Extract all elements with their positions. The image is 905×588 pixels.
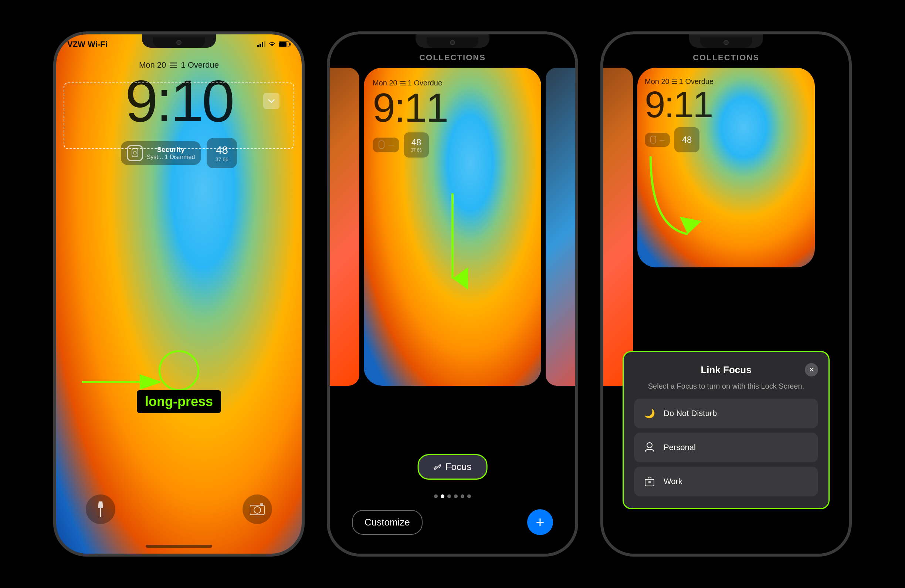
person-svg	[645, 442, 655, 453]
link-focus-header: Link Focus ✕	[634, 363, 818, 377]
collections-header-3: COLLECTIONS	[603, 53, 849, 62]
customize-btn-2[interactable]: Customize	[352, 510, 422, 535]
svg-rect-17	[400, 81, 406, 82]
list-icon-3	[672, 79, 677, 84]
dot-6	[467, 494, 471, 498]
temp-range-2: 37 66	[411, 148, 422, 153]
svg-rect-8	[170, 65, 177, 66]
focus-option-work[interactable]: Work	[634, 467, 818, 496]
focus-option-personal[interactable]: Personal	[634, 433, 818, 462]
notch-2	[427, 37, 478, 48]
peek-card-left	[327, 68, 359, 386]
dot-2	[441, 494, 445, 498]
svg-rect-24	[672, 79, 677, 80]
svg-rect-6	[289, 43, 291, 46]
svg-point-29	[647, 443, 652, 448]
down-arrow-annotation-2	[438, 190, 467, 295]
collections-title-2: COLLECTIONS	[419, 53, 486, 62]
svg-rect-3	[264, 41, 265, 47]
home-indicator-3	[693, 545, 759, 548]
watch-icon-2	[378, 140, 385, 149]
flashlight-icon	[95, 501, 106, 517]
iphone-1: VZW Wi-Fi Mon 20 1 Overdue 9:10	[53, 32, 305, 556]
long-press-label: long-press	[137, 390, 221, 413]
security-sub: Syst... 1 Disarmed	[147, 154, 195, 161]
card-time-3: 9:11	[645, 86, 807, 123]
svg-rect-2	[262, 42, 263, 47]
camera-icon	[250, 503, 265, 515]
focus-btn-label: Focus	[446, 461, 472, 473]
collections-bottom-2: Customize +	[330, 509, 575, 535]
svg-rect-16	[260, 503, 263, 506]
notch-3	[700, 37, 752, 48]
down-arrow-svg-2	[438, 190, 467, 293]
camera-2	[450, 40, 455, 45]
page-dots-2	[330, 494, 575, 498]
apple-watch-icon	[130, 148, 140, 158]
card-content-3: Mon 20 1 Overdue 9:11 — 48	[637, 68, 815, 162]
dot-5	[460, 494, 464, 498]
work-icon	[641, 474, 658, 489]
card-time-2: 9:11	[373, 87, 532, 128]
dnd-label: Do Not Disturb	[664, 408, 717, 418]
card-widget-watch-2: —	[373, 138, 399, 153]
link-icon	[433, 463, 442, 471]
down-arrow-svg-3	[640, 153, 706, 249]
temp-value-2: 48	[411, 137, 421, 148]
watch-icon-3	[650, 136, 657, 144]
collections-title-3: COLLECTIONS	[693, 53, 759, 62]
card-widget-temp-2: 48 37 66	[404, 132, 429, 157]
svg-rect-7	[170, 62, 177, 64]
card-widgets-3: — 48	[645, 127, 807, 153]
time-selection-box	[64, 83, 294, 149]
svg-rect-5	[279, 42, 286, 47]
svg-rect-25	[672, 81, 677, 82]
moon-icon: 🌙	[641, 405, 658, 421]
camera-btn[interactable]	[243, 494, 272, 524]
watch-ph-3: —	[659, 137, 665, 143]
collections-header-2: COLLECTIONS	[330, 53, 575, 62]
svg-point-11	[133, 151, 137, 154]
person-icon	[641, 439, 658, 456]
dot-1	[434, 494, 438, 498]
close-icon: ✕	[809, 366, 814, 374]
battery-icon	[279, 41, 291, 47]
link-focus-modal[interactable]: Link Focus ✕ Select a Focus to turn on w…	[622, 351, 830, 509]
focus-button[interactable]: Focus	[418, 454, 487, 480]
dot-3	[447, 494, 451, 498]
focus-option-dnd[interactable]: 🌙 Do Not Disturb	[634, 399, 818, 428]
svg-rect-0	[257, 45, 259, 47]
watch-placeholder-2: —	[388, 141, 394, 148]
iphone-2: COLLECTIONS Mon 20 1 Overdue 9:11 — 48 3…	[327, 32, 578, 556]
work-label: Work	[664, 477, 683, 486]
link-focus-title: Link Focus	[647, 364, 805, 376]
temp-3: 48	[682, 135, 692, 145]
svg-rect-1	[259, 44, 261, 47]
carrier-label: VZW Wi-Fi	[67, 40, 108, 49]
temp-range-1: 37 66	[216, 156, 229, 162]
home-indicator-2	[419, 545, 486, 548]
close-btn[interactable]: ✕	[805, 363, 818, 377]
peek-card-left-3	[600, 68, 633, 386]
green-circle-target	[159, 350, 199, 391]
personal-label: Personal	[664, 443, 696, 452]
notch-1	[153, 37, 205, 48]
svg-line-23	[437, 466, 439, 468]
peek-card-right	[546, 68, 578, 386]
svg-rect-10	[132, 149, 138, 157]
svg-rect-20	[379, 141, 384, 148]
link-focus-subtitle: Select a Focus to turn on with this Lock…	[634, 381, 818, 391]
lockscreen-content-1: Mon 20 1 Overdue 9:10 Security Syst... 1…	[56, 60, 302, 168]
svg-rect-27	[651, 136, 656, 143]
card-widget-temp-3: 48	[674, 127, 699, 153]
status-icons	[257, 41, 291, 47]
svg-rect-18	[400, 83, 406, 84]
add-btn-2[interactable]: +	[527, 509, 553, 535]
card-widget-watch-3: —	[645, 133, 670, 147]
iphone-3: COLLECTIONS Mon 20 1 Overdue 9:11 — 48	[600, 32, 852, 556]
signal-icon	[257, 41, 265, 47]
bottom-icons-1	[56, 494, 302, 524]
flashlight-btn[interactable]	[86, 494, 115, 524]
card-widgets-2: — 48 37 66	[373, 132, 532, 157]
svg-rect-31	[648, 481, 651, 483]
